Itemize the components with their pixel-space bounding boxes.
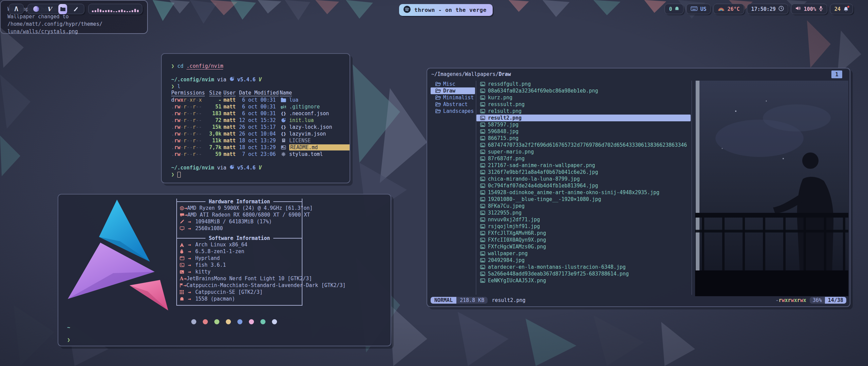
file-list-item[interactable]: nnvuv0xj2df71.jpg [476, 216, 691, 223]
mode-badge: NORMAL [431, 297, 456, 304]
visualizer-bar [102, 11, 104, 12]
visualizer-bars [92, 6, 139, 12]
arrow-icon: → [188, 269, 195, 275]
hardware-info-list: →AMD Ryzen 9 5900X (24) @ 4.9GHz [61.3°o… [177, 205, 302, 232]
terminal-prompt-line: ~/.config/nvimviav5.4.6V [171, 76, 350, 83]
file-name: init.lua [289, 117, 350, 123]
gpu-icon [180, 213, 184, 217]
file-list-item[interactable]: kurz.png [476, 94, 691, 101]
visualizer-bar [121, 9, 123, 12]
file-list-item[interactable]: FXfcII0X0AQyn9X.png [476, 237, 691, 243]
arrow-icon: → [188, 219, 195, 225]
notifications-widget[interactable]: 24 [830, 4, 853, 14]
sidebar-dir-misc[interactable]: Misc [427, 81, 475, 87]
ls-file-row: .rw-r--r--3,0kmatt26 oct 10:04{}lazyvim.… [171, 130, 350, 137]
now-playing-title: thrown - on the verge [414, 7, 487, 13]
file-size: 183 [212, 110, 221, 117]
file-list-item[interactable]: EeNKYgIUcAAJ5JX.png [476, 277, 691, 284]
image-file-icon [480, 217, 485, 222]
image-file-icon [480, 210, 485, 215]
firefox-icon[interactable] [32, 5, 40, 14]
file-name: 8FKa7Cu.jpeg [488, 203, 525, 209]
clock-time: 17:50:29 [751, 6, 776, 12]
clock-widget[interactable]: 17:50:29 [747, 4, 788, 14]
image-file-icon [480, 224, 485, 229]
ls-file-row: .rw-r--r--7,7kmatt18 oct 13:29M↓README.m… [171, 144, 350, 151]
volume-level: 100% [804, 6, 816, 12]
breadcrumb-path: ~/Imagenes/Wallpapers/Draw [431, 71, 511, 77]
image-file-icon [480, 244, 485, 249]
file-name: rsjqojlmjhf91.jpg [488, 223, 540, 229]
fetch-prompt-symbol: ❯ [67, 337, 70, 343]
weather-widget[interactable]: 26°C [713, 4, 744, 14]
palette-dot [272, 319, 277, 324]
app-dock: V [27, 4, 84, 14]
file-list-item[interactable]: 0c794faf07de24a4db4d4fb1eb813964.jpg [476, 182, 691, 189]
unread-dot [847, 6, 849, 8]
file-list-item[interactable]: re1sult.png [476, 108, 691, 115]
sidebar-dir-draw[interactable]: Draw [431, 87, 475, 94]
file-list-item[interactable]: resssult.png [476, 101, 691, 108]
file-list-item[interactable]: rsjqojlmjhf91.jpg [476, 223, 691, 230]
terminal-cursor-line[interactable]: ❯ [171, 171, 350, 178]
sidebar-dir-minimalist[interactable]: Minimalist [427, 94, 475, 101]
paintbrush-icon[interactable] [72, 5, 80, 14]
file-list-item[interactable]: 596848.jpg [476, 128, 691, 135]
file-list-item[interactable]: atardecer-en-la-montanas-ilustracion-634… [476, 264, 691, 270]
image-file-icon [480, 278, 485, 283]
file-permissions: .rw-r--r-- [171, 117, 206, 123]
file-size-badge: 218.8 KB [456, 297, 488, 304]
image-file-icon [480, 271, 485, 276]
file-name: 596848.jpg [488, 128, 518, 135]
file-size: 11k [212, 138, 221, 144]
tab-indicator[interactable]: 1 [831, 70, 842, 78]
sidebar-dir-landscapes[interactable]: Landscapes [427, 108, 475, 115]
markdown-file-icon: M↓ [280, 145, 287, 149]
file-list-item[interactable]: 5a266e448add93deab367d87173e9f25-6837886… [476, 270, 691, 277]
panel-divider [691, 81, 692, 295]
file-list-item[interactable]: wallpaper.png [476, 250, 691, 257]
sidebar-dir-abstract[interactable]: Abstract [427, 101, 475, 108]
file-list-item[interactable]: 08a634fa02a32364f69ebc86a98eb1eb.png [476, 87, 691, 94]
fetch-info-value: fish 3.6.1 [195, 262, 226, 268]
palette-dot [191, 319, 196, 324]
file-list-item[interactable]: 3122955.png [476, 209, 691, 216]
visualizer-bar [116, 11, 117, 12]
file-list-item[interactable]: result2.png [476, 115, 691, 121]
file-list-item[interactable]: super-mario.png [476, 148, 691, 155]
vim-icon[interactable]: V [45, 5, 54, 14]
file-list-item[interactable]: 19201080-__blue-tinge__-1920×1080.jpg [476, 196, 691, 203]
file-list-item[interactable]: chica-mirando-la-luna-8799.jpg [476, 176, 691, 182]
media-player-widget[interactable]: thrown - on the verge [399, 4, 493, 16]
file-owner: matt [223, 144, 237, 150]
file-list-item[interactable]: 68747470733a2f2f696d616765732d7769786d70… [476, 142, 691, 148]
fetch-info-value: 10948MiB / 64183MiB (17%) [195, 219, 272, 225]
file-name: ressdfgult.png [488, 81, 531, 87]
cpu-icon [180, 206, 184, 210]
lua-file-icon [280, 118, 287, 123]
file-list-item[interactable]: 20492984.jpg [476, 257, 691, 264]
audio-widget[interactable]: 100% [791, 4, 827, 14]
file-list-item[interactable]: 866715.png [476, 135, 691, 142]
fetch-info-value: Hyprland [195, 255, 220, 261]
file-list-item[interactable]: 217167-sad-anime-rain-wallpaper.png [476, 162, 691, 169]
terminal-window[interactable]: ❯cd.config/nvim ~/.config/nvimviav5.4.6V… [161, 53, 350, 183]
updates-widget[interactable]: 0 [665, 4, 684, 14]
file-list-item[interactable]: 87r687df.png [476, 155, 691, 162]
file-list-item[interactable]: FXfcHgcWIAMzs0G.png [476, 243, 691, 250]
file-manager-icon[interactable] [58, 5, 67, 14]
file-list-item[interactable]: FXfcJlTXgAMvH6R.png [476, 230, 691, 237]
arrow-icon: → [188, 242, 195, 248]
file-list-item[interactable]: 587597.jpg [476, 121, 691, 128]
image-file-icon [480, 136, 485, 141]
json-file-icon: {} [280, 125, 287, 130]
keyboard-layout-widget[interactable]: US [686, 4, 711, 14]
fetch-info-line: →kitty [177, 268, 302, 275]
file-list-item[interactable]: 3126f7e9bbf21a8a4af0b67b041c6e26.jpg [476, 169, 691, 176]
file-list-item[interactable]: 8FKa7Cu.jpeg [476, 203, 691, 209]
image-file-icon [480, 88, 485, 93]
file-list-item[interactable]: 154928-odinokoe_anime-art-anime-okno-sin… [476, 189, 691, 196]
app-launcher-button[interactable]: Λ [9, 4, 24, 14]
fetch-info-value: Catppuccin-Macchiato-Standard-Lavender-D… [186, 282, 346, 288]
file-list-item[interactable]: ressdfgult.png [476, 81, 691, 87]
